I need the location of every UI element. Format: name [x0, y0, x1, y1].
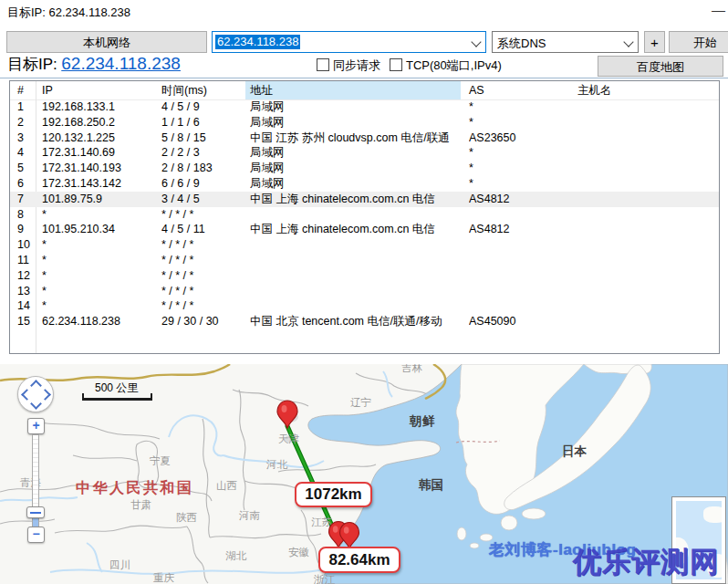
table-row[interactable]: 1192.168.133.14 / 5 / 9局域网* [10, 99, 719, 115]
cell-n: 12 [17, 268, 36, 284]
map-pan-control[interactable] [17, 376, 54, 412]
cell-addr: 局域网 [250, 145, 460, 161]
cell-addr [250, 268, 460, 284]
cell-as [469, 237, 571, 253]
cell-as: AS4812 [469, 192, 571, 207]
cell-as [469, 268, 571, 284]
cell-n: 6 [17, 176, 36, 192]
column-header-address[interactable]: 地址 [250, 83, 460, 99]
cell-host [577, 237, 714, 253]
cell-host [577, 130, 714, 146]
title-bar: 目标IP: 62.234.118.238 — [0, 0, 728, 27]
province-label-shaanxi: 陕西 [176, 512, 197, 523]
cell-ip: 120.132.1.225 [42, 130, 156, 146]
baidu-map-button[interactable]: 百度地图 [598, 56, 723, 77]
country-label-japan: 日本 [562, 444, 588, 458]
cell-as: * [469, 176, 571, 192]
table-row[interactable]: 13** / * / * [10, 284, 719, 299]
pan-up-icon[interactable] [30, 380, 42, 391]
chevron-down-icon[interactable] [471, 36, 481, 47]
cell-host [577, 192, 714, 207]
start-button[interactable]: 开始 [669, 31, 728, 53]
watermark-site: 优乐评测网 [573, 543, 719, 581]
table-row[interactable]: 4172.31.140.692 / 2 / 3局域网* [10, 145, 719, 161]
dns-combobox[interactable]: 系统DNS [492, 31, 639, 53]
cell-n: 2 [17, 115, 36, 130]
cell-as: * [469, 99, 571, 115]
pan-down-icon[interactable] [30, 398, 42, 410]
window-title: 目标IP: 62.234.118.238 [7, 5, 130, 21]
cell-time: 1 / 1 / 6 [161, 115, 244, 130]
cell-host [577, 207, 714, 223]
cell-addr [250, 284, 460, 299]
table-row[interactable]: 9101.95.210.344 / 5 / 11中国 上海 chinatelec… [10, 222, 719, 237]
target-ip-link[interactable]: 62.234.118.238 [61, 54, 181, 73]
table-row[interactable]: 14** / * / * [10, 298, 719, 314]
zoom-in-button[interactable]: + [27, 418, 45, 434]
province-label-tianjin: 天津 [278, 433, 300, 444]
table-row[interactable]: 7101.89.75.93 / 4 / 5中国 上海 chinatelecom.… [10, 192, 719, 207]
cell-host [577, 145, 714, 161]
pan-left-icon[interactable] [21, 389, 33, 401]
local-network-button[interactable]: 本机网络 [6, 31, 207, 53]
route-map[interactable]: 中华人民共和国 吉林 辽宁 天津 河北 山西 宁夏 甘肃 陕西 青海 四川 重庆… [0, 364, 728, 584]
table-row[interactable]: 2192.168.250.21 / 1 / 6局域网* [10, 115, 719, 130]
cell-time: 4 / 5 / 9 [161, 99, 244, 115]
table-row[interactable]: 12** / * / * [10, 268, 719, 284]
cell-ip: 62.234.118.238 [42, 314, 156, 329]
column-header-ip[interactable]: IP [42, 83, 156, 99]
cell-n: 13 [17, 284, 36, 299]
cell-ip: 192.168.133.1 [42, 99, 156, 115]
island [457, 527, 466, 540]
cell-host [577, 314, 714, 329]
cell-addr: 中国 江苏 苏州 cloudvsp.com 电信/联通 [250, 130, 460, 146]
cell-ip: 172.31.140.193 [42, 161, 156, 176]
cell-n: 4 [17, 145, 36, 161]
cell-host [577, 298, 714, 314]
pan-right-icon[interactable] [39, 389, 51, 401]
column-header-time[interactable]: 时间(ms) [161, 83, 244, 99]
target-ip-combobox[interactable]: 62.234.118.238 [212, 31, 486, 53]
province-label-sichuan: 四川 [109, 559, 130, 570]
zoom-slider-handle[interactable] [26, 506, 45, 518]
chevron-down-icon[interactable] [623, 36, 633, 47]
cell-ip: * [42, 298, 156, 314]
dns-selected-text: 系统DNS [497, 36, 546, 52]
cell-host [577, 161, 714, 176]
cell-n: 14 [17, 298, 36, 314]
zoom-out-button[interactable]: − [27, 527, 45, 543]
table-row[interactable]: 6172.31.143.1426 / 6 / 9局域网* [10, 176, 719, 192]
table-row[interactable]: 3120.132.1.2255 / 8 / 15中国 江苏 苏州 cloudvs… [10, 130, 719, 146]
minimize-icon[interactable]: — [712, 2, 725, 17]
cell-n: 10 [17, 237, 36, 253]
column-header-as[interactable]: AS [469, 83, 571, 99]
cell-addr [250, 298, 460, 314]
column-header-index[interactable]: # [17, 83, 36, 99]
province-label-jiangsu: 江苏 [311, 516, 333, 527]
sync-request-checkbox[interactable] [317, 58, 329, 71]
table-row[interactable]: 5172.31.140.1932 / 8 / 183局域网* [10, 161, 719, 176]
options-group: 同步请求TCP(80端口,IPv4) [317, 57, 511, 74]
table-row[interactable]: 1562.234.118.23829 / 30 / 30中国 北京 tencen… [10, 314, 719, 329]
target-ip-label: 目标IP: [7, 56, 57, 73]
country-label-china: 中华人民共和国 [76, 479, 194, 496]
cell-ip: * [42, 253, 156, 268]
add-target-button[interactable]: + [644, 31, 665, 53]
cell-ip: 101.95.210.34 [42, 222, 156, 237]
cell-time: * / * / * [161, 284, 244, 299]
tcp-checkbox[interactable] [390, 58, 402, 71]
cell-host [577, 268, 714, 284]
cell-time: 29 / 30 / 30 [161, 314, 244, 329]
table-row[interactable]: 8** / * / * [10, 207, 719, 223]
column-header-host[interactable]: 主机名 [577, 83, 714, 99]
cell-addr [250, 207, 460, 223]
province-label-ningxia: 宁夏 [150, 455, 171, 466]
province-label-jilin: 吉林 [401, 364, 423, 373]
cell-host [577, 99, 714, 115]
cell-host [577, 222, 714, 237]
table-body: 1192.168.133.14 / 5 / 9局域网*2192.168.250.… [10, 99, 719, 329]
cell-time: * / * / * [161, 207, 244, 223]
divider [0, 78, 728, 78]
table-row[interactable]: 11** / * / * [10, 253, 719, 268]
table-row[interactable]: 10** / * / * [10, 237, 719, 253]
